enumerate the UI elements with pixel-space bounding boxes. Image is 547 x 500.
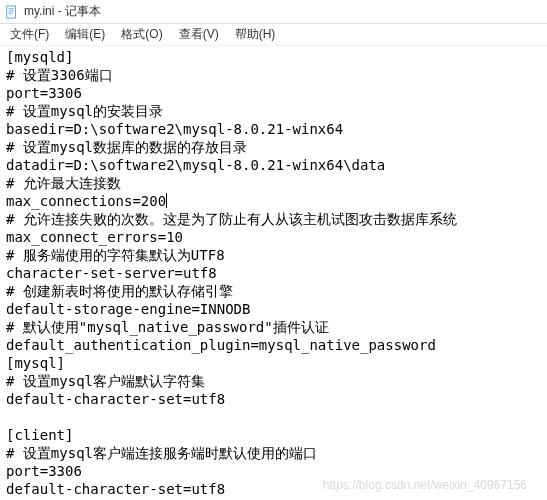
notepad-icon xyxy=(4,4,20,20)
menu-file[interactable]: 文件(F) xyxy=(2,24,57,45)
watermark-text: https://blog.csdn.net/weixin_40967156 xyxy=(323,478,527,492)
editor-line: # 设置3306端口 xyxy=(6,66,541,84)
editor-line: [client] xyxy=(6,426,541,444)
text-editor[interactable]: [mysqld]# 设置3306端口port=3306# 设置mysql的安装目… xyxy=(0,46,547,500)
menu-edit[interactable]: 编辑(E) xyxy=(57,24,113,45)
menubar: 文件(F) 编辑(E) 格式(O) 查看(V) 帮助(H) xyxy=(0,24,547,46)
title-separator: - xyxy=(54,4,65,18)
menu-help[interactable]: 帮助(H) xyxy=(227,24,284,45)
appname-text: 记事本 xyxy=(65,4,101,18)
titlebar: my.ini - 记事本 xyxy=(0,0,547,24)
editor-line: # 设置mysql数据库的数据的存放目录 xyxy=(6,138,541,156)
editor-line: # 默认使用"mysql_native_password"插件认证 xyxy=(6,318,541,336)
editor-line: basedir=D:\software2\mysql-8.0.21-winx64 xyxy=(6,120,541,138)
editor-line: # 允许最大连接数 xyxy=(6,174,541,192)
editor-line: [mysql] xyxy=(6,354,541,372)
window-title: my.ini - 记事本 xyxy=(24,3,101,20)
editor-line: # 设置mysql客户端连接服务端时默认使用的端口 xyxy=(6,444,541,462)
editor-line: # 允许连接失败的次数。这是为了防止有人从该主机试图攻击数据库系统 xyxy=(6,210,541,228)
editor-line: # 设置mysql的安装目录 xyxy=(6,102,541,120)
editor-line: max_connect_errors=10 xyxy=(6,228,541,246)
editor-line: # 设置mysql客户端默认字符集 xyxy=(6,372,541,390)
editor-line: [mysqld] xyxy=(6,48,541,66)
menu-view[interactable]: 查看(V) xyxy=(171,24,227,45)
editor-line: default-character-set=utf8 xyxy=(6,390,541,408)
editor-line: port=3306 xyxy=(6,84,541,102)
text-cursor xyxy=(166,193,167,208)
editor-line: character-set-server=utf8 xyxy=(6,264,541,282)
editor-line: default-storage-engine=INNODB xyxy=(6,300,541,318)
editor-line: datadir=D:\software2\mysql-8.0.21-winx64… xyxy=(6,156,541,174)
editor-line: default_authentication_plugin=mysql_nati… xyxy=(6,336,541,354)
editor-line: # 创建新表时将使用的默认存储引擎 xyxy=(6,282,541,300)
editor-line: max_connections=200 xyxy=(6,192,541,210)
filename-text: my.ini xyxy=(24,4,54,18)
editor-line: # 服务端使用的字符集默认为UTF8 xyxy=(6,246,541,264)
menu-format[interactable]: 格式(O) xyxy=(113,24,170,45)
editor-line xyxy=(6,408,541,426)
